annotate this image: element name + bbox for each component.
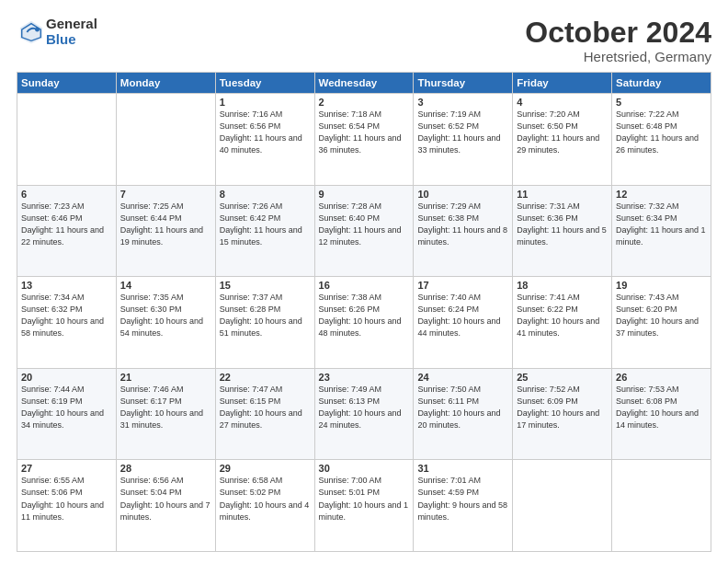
day-cell-2-4: 17Sunrise: 7:40 AMSunset: 6:24 PMDayligh… — [414, 277, 513, 369]
day-number: 16 — [319, 280, 410, 291]
day-detail: Sunrise: 7:41 AMSunset: 6:22 PMDaylight:… — [517, 292, 608, 339]
day-detail: Sunrise: 7:26 AMSunset: 6:42 PMDaylight:… — [220, 201, 311, 248]
day-detail: Sunrise: 7:29 AMSunset: 6:38 PMDaylight:… — [417, 201, 508, 248]
day-cell-0-5: 4Sunrise: 7:20 AMSunset: 6:50 PMDaylight… — [513, 94, 612, 186]
day-cell-0-0 — [17, 94, 117, 186]
day-number: 13 — [21, 280, 112, 291]
day-cell-2-5: 18Sunrise: 7:41 AMSunset: 6:22 PMDayligh… — [513, 277, 612, 369]
page: General Blue October 2024 Heretsried, Ge… — [0, 0, 728, 563]
logo-general-text: General — [46, 17, 97, 32]
day-number: 24 — [417, 372, 508, 383]
day-detail: Sunrise: 7:19 AMSunset: 6:52 PMDaylight:… — [417, 109, 508, 156]
calendar-table: Sunday Monday Tuesday Wednesday Thursday… — [17, 72, 711, 552]
day-number: 21 — [120, 372, 211, 383]
day-detail: Sunrise: 6:58 AMSunset: 5:02 PMDaylight:… — [220, 475, 311, 523]
day-cell-2-1: 14Sunrise: 7:35 AMSunset: 6:30 PMDayligh… — [116, 277, 215, 369]
day-detail: Sunrise: 7:18 AMSunset: 6:54 PMDaylight:… — [319, 109, 410, 156]
day-cell-2-2: 15Sunrise: 7:37 AMSunset: 6:28 PMDayligh… — [215, 277, 314, 369]
day-number: 20 — [21, 372, 112, 383]
week-row-5: 27Sunrise: 6:55 AMSunset: 5:06 PMDayligh… — [17, 460, 711, 552]
title-block: October 2024 Heretsried, Germany — [525, 17, 711, 64]
day-detail: Sunrise: 7:01 AMSunset: 4:59 PMDaylight:… — [417, 475, 508, 523]
day-detail: Sunrise: 7:53 AMSunset: 6:08 PMDaylight:… — [616, 384, 707, 431]
day-cell-1-5: 11Sunrise: 7:31 AMSunset: 6:36 PMDayligh… — [513, 185, 612, 277]
day-cell-4-2: 29Sunrise: 6:58 AMSunset: 5:02 PMDayligh… — [215, 460, 314, 552]
day-detail: Sunrise: 7:49 AMSunset: 6:13 PMDaylight:… — [319, 384, 410, 431]
svg-point-2 — [35, 27, 40, 31]
day-number: 26 — [616, 372, 707, 383]
day-detail: Sunrise: 7:44 AMSunset: 6:19 PMDaylight:… — [21, 384, 112, 431]
day-cell-1-4: 10Sunrise: 7:29 AMSunset: 6:38 PMDayligh… — [414, 185, 513, 277]
day-number: 31 — [417, 463, 508, 474]
day-number: 7 — [120, 189, 211, 200]
logo: General Blue — [17, 17, 97, 47]
day-cell-4-5 — [513, 460, 612, 552]
day-cell-4-6 — [612, 460, 711, 552]
day-cell-4-4: 31Sunrise: 7:01 AMSunset: 4:59 PMDayligh… — [414, 460, 513, 552]
day-number: 3 — [417, 97, 508, 108]
day-detail: Sunrise: 7:52 AMSunset: 6:09 PMDaylight:… — [517, 384, 608, 431]
day-number: 29 — [220, 463, 311, 474]
title-month: October 2024 — [525, 17, 711, 49]
day-number: 2 — [319, 97, 410, 108]
day-cell-0-4: 3Sunrise: 7:19 AMSunset: 6:52 PMDaylight… — [414, 94, 513, 186]
header-saturday: Saturday — [612, 73, 711, 94]
day-detail: Sunrise: 7:20 AMSunset: 6:50 PMDaylight:… — [517, 109, 608, 156]
day-detail: Sunrise: 7:25 AMSunset: 6:44 PMDaylight:… — [120, 201, 211, 248]
day-number: 9 — [319, 189, 410, 200]
day-detail: Sunrise: 7:31 AMSunset: 6:36 PMDaylight:… — [517, 201, 608, 248]
day-number: 15 — [220, 280, 311, 291]
day-number: 23 — [319, 372, 410, 383]
day-detail: Sunrise: 7:00 AMSunset: 5:01 PMDaylight:… — [319, 475, 410, 523]
day-number: 27 — [21, 463, 112, 474]
day-cell-3-0: 20Sunrise: 7:44 AMSunset: 6:19 PMDayligh… — [17, 368, 117, 460]
header-row: Sunday Monday Tuesday Wednesday Thursday… — [17, 73, 711, 94]
header-sunday: Sunday — [17, 73, 117, 94]
day-cell-4-0: 27Sunrise: 6:55 AMSunset: 5:06 PMDayligh… — [17, 460, 117, 552]
title-location: Heretsried, Germany — [525, 49, 711, 64]
day-detail: Sunrise: 7:28 AMSunset: 6:40 PMDaylight:… — [319, 201, 410, 248]
day-cell-3-3: 23Sunrise: 7:49 AMSunset: 6:13 PMDayligh… — [314, 368, 414, 460]
day-detail: Sunrise: 7:23 AMSunset: 6:46 PMDaylight:… — [21, 201, 112, 248]
day-cell-1-0: 6Sunrise: 7:23 AMSunset: 6:46 PMDaylight… — [17, 185, 117, 277]
day-detail: Sunrise: 7:38 AMSunset: 6:26 PMDaylight:… — [319, 292, 410, 339]
day-cell-1-6: 12Sunrise: 7:32 AMSunset: 6:34 PMDayligh… — [612, 185, 711, 277]
logo-text: General Blue — [46, 17, 97, 47]
day-detail: Sunrise: 7:16 AMSunset: 6:56 PMDaylight:… — [220, 109, 311, 156]
day-number: 25 — [517, 372, 608, 383]
day-cell-0-6: 5Sunrise: 7:22 AMSunset: 6:48 PMDaylight… — [612, 94, 711, 186]
week-row-4: 20Sunrise: 7:44 AMSunset: 6:19 PMDayligh… — [17, 368, 711, 460]
day-cell-3-6: 26Sunrise: 7:53 AMSunset: 6:08 PMDayligh… — [612, 368, 711, 460]
day-cell-1-1: 7Sunrise: 7:25 AMSunset: 6:44 PMDaylight… — [116, 185, 215, 277]
day-detail: Sunrise: 7:40 AMSunset: 6:24 PMDaylight:… — [417, 292, 508, 339]
header-wednesday: Wednesday — [314, 73, 414, 94]
day-cell-3-2: 22Sunrise: 7:47 AMSunset: 6:15 PMDayligh… — [215, 368, 314, 460]
day-cell-0-3: 2Sunrise: 7:18 AMSunset: 6:54 PMDaylight… — [314, 94, 414, 186]
day-cell-4-1: 28Sunrise: 6:56 AMSunset: 5:04 PMDayligh… — [116, 460, 215, 552]
day-number: 22 — [220, 372, 311, 383]
week-row-3: 13Sunrise: 7:34 AMSunset: 6:32 PMDayligh… — [17, 277, 711, 369]
day-number: 17 — [417, 280, 508, 291]
day-cell-2-0: 13Sunrise: 7:34 AMSunset: 6:32 PMDayligh… — [17, 277, 117, 369]
logo-icon — [18, 19, 44, 45]
day-detail: Sunrise: 7:34 AMSunset: 6:32 PMDaylight:… — [21, 292, 112, 339]
day-number: 12 — [616, 189, 707, 200]
day-detail: Sunrise: 7:35 AMSunset: 6:30 PMDaylight:… — [120, 292, 211, 339]
day-cell-2-6: 19Sunrise: 7:43 AMSunset: 6:20 PMDayligh… — [612, 277, 711, 369]
day-number: 19 — [616, 280, 707, 291]
day-number: 4 — [517, 97, 608, 108]
logo-blue-text: Blue — [46, 32, 97, 48]
day-number: 30 — [319, 463, 410, 474]
day-detail: Sunrise: 7:46 AMSunset: 6:17 PMDaylight:… — [120, 384, 211, 431]
header: General Blue October 2024 Heretsried, Ge… — [17, 17, 711, 64]
day-detail: Sunrise: 7:32 AMSunset: 6:34 PMDaylight:… — [616, 201, 707, 248]
header-monday: Monday — [116, 73, 215, 94]
day-cell-3-5: 25Sunrise: 7:52 AMSunset: 6:09 PMDayligh… — [513, 368, 612, 460]
day-number: 10 — [417, 189, 508, 200]
day-number: 28 — [120, 463, 211, 474]
day-detail: Sunrise: 7:22 AMSunset: 6:48 PMDaylight:… — [616, 109, 707, 156]
day-cell-2-3: 16Sunrise: 7:38 AMSunset: 6:26 PMDayligh… — [314, 277, 414, 369]
day-detail: Sunrise: 7:50 AMSunset: 6:11 PMDaylight:… — [417, 384, 508, 431]
svg-marker-0 — [20, 20, 42, 42]
header-tuesday: Tuesday — [215, 73, 314, 94]
